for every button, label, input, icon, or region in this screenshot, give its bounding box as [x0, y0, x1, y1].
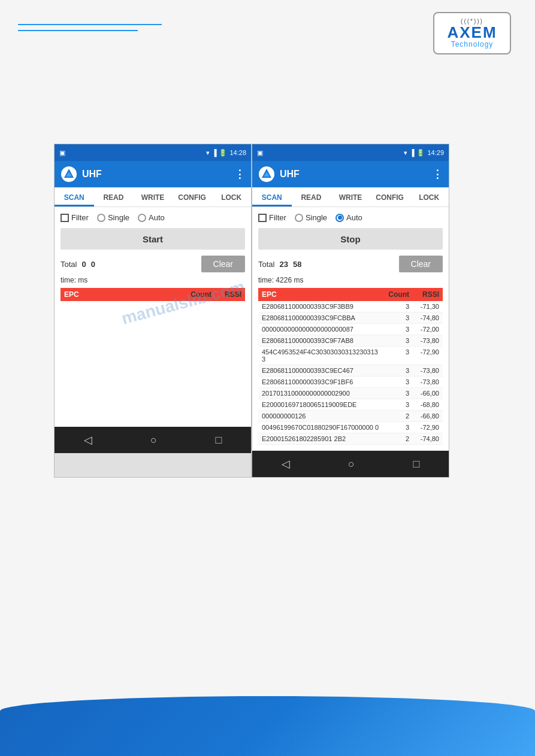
- nav-back-left[interactable]: ◁: [72, 429, 104, 451]
- app-header-left: UHF ⋮: [55, 161, 251, 187]
- single-radio-right[interactable]: Single: [295, 213, 327, 222]
- epc-value: 0000000000000000000000087: [262, 326, 379, 333]
- filter-row-left: Filter Single Auto: [61, 213, 245, 222]
- nav-home-right[interactable]: ○: [336, 453, 367, 475]
- app-menu-right[interactable]: ⋮: [432, 168, 443, 181]
- count-value: 3: [379, 337, 409, 344]
- table-row: 201701310000000000002900 3 -66,00: [258, 388, 443, 399]
- count-col-header-right: Count: [379, 290, 409, 299]
- logo-sub: Technology: [442, 40, 503, 48]
- total-count-left: 0: [81, 260, 86, 269]
- filter-label-right: Filter: [269, 213, 286, 222]
- single-label-left: Single: [108, 213, 129, 222]
- tab-read-right[interactable]: READ: [292, 187, 331, 207]
- rssi-value: -68,80: [409, 401, 439, 408]
- top-decoration: [18, 24, 162, 36]
- epc-value: E2806811000000393C9F7AB8: [262, 337, 379, 344]
- table-row: 454C4953524F4C30303030313230313 3 3 -72,…: [258, 347, 443, 365]
- epc-value: 00496199670C01880290F167000000 0: [262, 424, 379, 431]
- epc-table-right: E2806811000000393C9F3BB9 3 -71,30 E28068…: [258, 301, 443, 445]
- scan-time-right: 4226: [276, 276, 292, 284]
- filter-checkbox-left[interactable]: Filter: [61, 213, 89, 222]
- tab-scan-right[interactable]: SCAN: [252, 187, 292, 207]
- nav-recent-right[interactable]: □: [401, 453, 431, 475]
- app-icon-right: [258, 166, 275, 183]
- status-right-right: ▾ ▐ 🔋 14:29: [404, 149, 444, 157]
- count-col-header-left: Count: [182, 290, 211, 299]
- signal-icon-left: ▐: [212, 149, 217, 156]
- time-left: 14:28: [229, 149, 246, 156]
- count-value: 3: [379, 401, 409, 408]
- tab-read-left[interactable]: READ: [94, 187, 134, 207]
- epc-value: E200001697180065119009EDE: [262, 401, 379, 408]
- time-label-right: time:: [258, 276, 274, 284]
- nav-bar-right: ◁ ○ □: [252, 451, 449, 477]
- battery-icon-right: 🔋: [416, 149, 425, 157]
- auto-label-left: Auto: [149, 213, 165, 222]
- phone-left: ▣ ▾ ▐ 🔋 14:28 UHF ⋮ SCAN RE: [54, 144, 252, 478]
- nav-recent-left[interactable]: □: [203, 429, 234, 451]
- total-row-right: Total 23 58 Clear: [258, 256, 443, 272]
- battery-icon-left: 🔋: [219, 149, 227, 157]
- auto-radio-left[interactable]: Auto: [138, 213, 165, 222]
- time-row-left: time: ms: [61, 276, 245, 284]
- tab-scan-left[interactable]: SCAN: [55, 187, 94, 207]
- rssi-col-header-left: RSSI: [211, 290, 241, 299]
- epc-col-header-left: EPC: [64, 290, 182, 299]
- clear-button-right[interactable]: Clear: [399, 256, 443, 272]
- table-row: E2806811000000393C9FCBBA 3 -74,80: [258, 312, 443, 324]
- count-value: 2: [379, 435, 409, 442]
- tab-bar-right: SCAN READ WRITE CONFIG LOCK: [252, 187, 449, 207]
- clear-button-left[interactable]: Clear: [201, 256, 245, 272]
- total-label-left: Total: [61, 260, 77, 269]
- auto-label-right: Auto: [346, 213, 362, 222]
- time-row-right: time: 4226 ms: [258, 276, 443, 284]
- nav-back-right[interactable]: ◁: [270, 453, 302, 475]
- start-button-left[interactable]: Start: [61, 228, 245, 250]
- tab-write-left[interactable]: WRITE: [133, 187, 173, 207]
- tab-write-right[interactable]: WRITE: [331, 187, 370, 207]
- count-value: 3: [379, 303, 409, 310]
- rssi-value: -73,80: [409, 337, 439, 344]
- table-row: 00496199670C01880290F167000000 0 3 -72,9…: [258, 422, 443, 433]
- tab-lock-right[interactable]: LOCK: [409, 187, 449, 207]
- nav-bar-left: ◁ ○ □: [55, 427, 251, 453]
- bottom-wave: [0, 696, 535, 756]
- rssi-value: -73,80: [409, 367, 439, 374]
- app-menu-left[interactable]: ⋮: [234, 168, 245, 181]
- tab-bar-left: SCAN READ WRITE CONFIG LOCK: [55, 187, 251, 207]
- epc-value: 201701310000000000002900: [262, 390, 379, 397]
- table-row: E2806811000000393C9F7AB8 3 -73,80: [258, 335, 443, 347]
- time-unit-right: ms: [294, 276, 303, 284]
- epc-value: 000000000126: [262, 412, 379, 420]
- epc-table-left: [61, 301, 245, 421]
- app-header-right: UHF ⋮: [252, 161, 449, 187]
- tab-config-right[interactable]: CONFIG: [370, 187, 410, 207]
- checkbox-icon-right: [258, 214, 267, 222]
- count-value: 3: [379, 367, 409, 374]
- table-row: 000000000126 2 -66,80: [258, 411, 443, 422]
- rssi-value: -66,00: [409, 390, 439, 397]
- single-radio-left[interactable]: Single: [97, 213, 129, 222]
- rssi-value: -73,80: [409, 378, 439, 385]
- tab-config-left[interactable]: CONFIG: [173, 187, 212, 207]
- status-bar-right: ▣ ▾ ▐ 🔋 14:29: [252, 144, 449, 161]
- status-left-right: ▣: [257, 149, 263, 157]
- epc-value: E2806811000000393C9FCBBA: [262, 314, 379, 321]
- signal-icon-right: ▐: [410, 149, 415, 156]
- nav-home-left[interactable]: ○: [138, 429, 169, 451]
- rssi-value: -71,30: [409, 303, 439, 310]
- scan-content-right: Filter Single Auto Stop Total 23 58 Clea…: [252, 207, 449, 451]
- stop-button-right[interactable]: Stop: [258, 228, 443, 250]
- filter-checkbox-right[interactable]: Filter: [258, 213, 286, 222]
- status-icon-right: ▣: [257, 149, 263, 157]
- count-value: 3: [379, 424, 409, 431]
- top-line-1: [18, 24, 162, 25]
- rssi-value: -72,90: [409, 348, 439, 363]
- epc-col-header-right: EPC: [262, 290, 379, 299]
- single-label-right: Single: [306, 213, 327, 222]
- app-title-right: UHF: [280, 169, 300, 180]
- auto-radio-right[interactable]: Auto: [335, 213, 362, 222]
- rssi-value: -66,80: [409, 412, 439, 420]
- tab-lock-left[interactable]: LOCK: [211, 187, 251, 207]
